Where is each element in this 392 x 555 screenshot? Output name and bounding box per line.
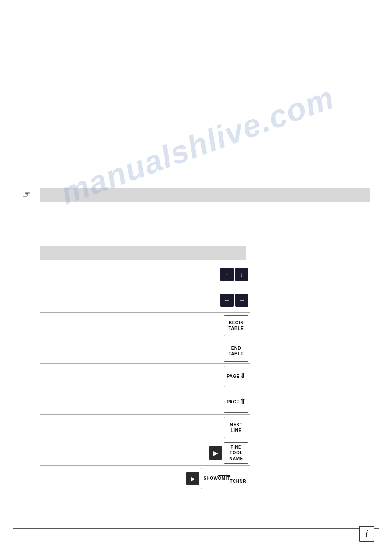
omit-overline: OMIT xyxy=(218,475,230,481)
row-left-right-label xyxy=(40,297,217,303)
end-table-btn[interactable]: ENDTABLE xyxy=(224,341,248,362)
arrow-left-btn[interactable]: ← xyxy=(220,294,234,307)
row-up-down-arrows: ↑ ↓ xyxy=(40,262,250,287)
row-page-up-label xyxy=(40,399,220,405)
info-icon: i xyxy=(365,529,368,539)
row-page-down-label xyxy=(40,374,220,379)
note-hand-icon: ☞ xyxy=(22,189,31,200)
next-line-btn[interactable]: NEXTLINE xyxy=(224,417,248,438)
row-page-up: PAGE⇑ xyxy=(40,389,250,415)
page-down-btn[interactable]: PAGE⇓ xyxy=(224,366,248,387)
find-tool-name-btn[interactable]: FINDTOOLNAME xyxy=(224,442,248,464)
row-begin-table-label xyxy=(40,323,220,328)
up-down-btn-area: ↑ ↓ xyxy=(217,266,250,283)
page-up-symbol: ⇑ xyxy=(240,397,246,406)
show-omit-btn-area: ▶ SHOWOMITTCHNR xyxy=(183,466,250,491)
top-rule xyxy=(13,18,379,18)
highlight-bar-narrow xyxy=(40,246,246,260)
row-next-line: NEXTLINE xyxy=(40,415,250,440)
arrow-right-btn[interactable]: → xyxy=(235,294,248,307)
end-table-btn-area: ENDTABLE xyxy=(220,339,250,363)
find-tool-play-btn[interactable]: ▶ xyxy=(209,446,222,460)
row-end-table-label xyxy=(40,348,220,354)
next-line-btn-area: NEXTLINE xyxy=(220,415,250,440)
left-right-btn-area: ← → xyxy=(217,292,250,308)
row-show-omit-label xyxy=(40,476,183,481)
page-up-btn[interactable]: PAGE⇑ xyxy=(224,392,248,413)
find-tool-btn-area: ▶ FINDTOOLNAME xyxy=(205,440,250,465)
arrow-down-btn[interactable]: ↓ xyxy=(235,268,248,281)
info-icon-box: i xyxy=(359,526,374,542)
page-down-symbol: ⇓ xyxy=(240,372,246,381)
row-page-down: PAGE⇓ xyxy=(40,364,250,389)
show-omit-tchnr-btn[interactable]: SHOWOMITTCHNR xyxy=(201,468,248,489)
row-find-tool-name: ▶ FINDTOOLNAME xyxy=(40,440,250,466)
page-down-btn-area: PAGE⇓ xyxy=(220,364,250,389)
key-table: ↑ ↓ ← → BEGINTABLE ENDTABLE PAGE⇓ xyxy=(40,262,250,491)
row-left-right-arrows: ← → xyxy=(40,287,250,313)
row-up-down-label xyxy=(40,272,217,277)
row-show-omit-tchnr: ▶ SHOWOMITTCHNR xyxy=(40,466,250,491)
begin-table-btn[interactable]: BEGINTABLE xyxy=(224,315,248,336)
row-next-line-label xyxy=(40,425,220,430)
begin-table-btn-area: BEGINTABLE xyxy=(220,313,250,338)
row-begin-table: BEGINTABLE xyxy=(40,313,250,338)
arrow-up-btn[interactable]: ↑ xyxy=(220,268,234,281)
highlight-bar-wide xyxy=(40,188,370,202)
bottom-rule xyxy=(13,528,379,529)
row-find-tool-label xyxy=(40,450,205,456)
show-omit-play-btn[interactable]: ▶ xyxy=(186,472,199,485)
row-end-table: ENDTABLE xyxy=(40,338,250,364)
page-up-btn-area: PAGE⇑ xyxy=(220,390,250,414)
